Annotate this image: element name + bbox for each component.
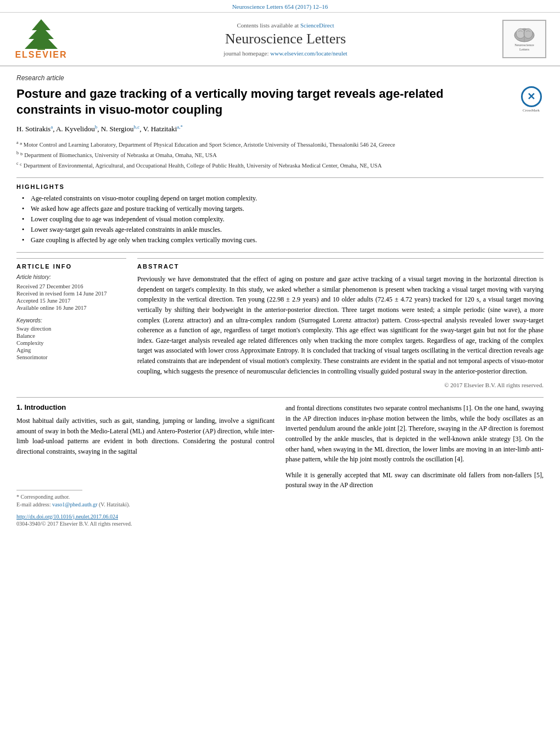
info-abstract-section: ARTICLE INFO Article history: Received 2…	[16, 258, 544, 388]
affiliation-a: a ᵃ Motor Control and Learning Laborator…	[16, 140, 544, 149]
copyright-line: © 2017 Elsevier B.V. All rights reserved…	[137, 382, 544, 388]
issn-line: 0304-3940/© 2017 Elsevier B.V. All right…	[16, 521, 275, 527]
crossmark-icon: ✕	[527, 91, 535, 103]
svg-marker-1	[25, 19, 58, 49]
affiliation-c: c ᶜ Department of Environmental, Agricul…	[16, 160, 544, 170]
title-row: Posture and gaze tracking of a verticall…	[16, 86, 544, 118]
email-suffix: (V. Hatzitaki).	[99, 501, 130, 507]
intro-paragraph-3: While it is generally accepted that ML s…	[285, 470, 544, 490]
email-link[interactable]: vaso1@phed.auth.gr	[52, 501, 98, 507]
elsevier-wordmark: ELSEVIER	[15, 50, 67, 60]
intro-paragraph-2: and frontal directions constitutes two s…	[285, 403, 544, 465]
corresponding-note: * Corresponding author.	[16, 494, 275, 500]
keywords-section: Keywords: Sway direction Balance Complex…	[16, 317, 126, 360]
highlight-1: Age-related constraints on visuo-motor c…	[22, 194, 544, 203]
history-label: Article history:	[16, 274, 126, 280]
divider-3	[16, 397, 544, 398]
neuro-logo-text: NeuroscienceLetters	[514, 43, 534, 52]
article-type-label: Research article	[16, 74, 544, 82]
divider-1	[16, 177, 544, 178]
article-wrapper: Research article Posture and gaze tracki…	[0, 66, 560, 539]
svg-point-4	[524, 29, 533, 38]
article-info-heading: ARTICLE INFO	[16, 263, 126, 270]
neuro-logo-box: NeuroscienceLetters	[502, 20, 546, 58]
received-date: Received 27 December 2016	[16, 283, 126, 289]
article-info-column: ARTICLE INFO Article history: Received 2…	[16, 258, 126, 388]
body-left-column: 1. Introduction Most habitual daily acti…	[16, 403, 275, 528]
footnote-area: * Corresponding author. E-mail address: …	[16, 490, 275, 527]
homepage-label: journal homepage:	[223, 50, 268, 57]
highlight-3: Lower coupling due to age was independen…	[22, 215, 544, 224]
doi-link[interactable]: http://dx.doi.org/10.1016/j.neulet.2017.…	[16, 514, 118, 520]
highlight-2: We asked how age affects gaze and postur…	[22, 205, 544, 213]
available-date: Available online 16 June 2017	[16, 305, 126, 311]
keywords-label: Keywords:	[16, 317, 126, 323]
keyword-3: Complexity	[16, 340, 126, 346]
crossmark-circle: ✕	[521, 86, 542, 107]
affiliations-block: a ᵃ Motor Control and Learning Laborator…	[16, 140, 544, 170]
crossmark-label: CrossMark	[523, 108, 540, 113]
abstract-text: Previously we have demonstrated that the…	[137, 274, 544, 376]
highlight-4: Lower sway-target gain reveals age-relat…	[22, 226, 544, 234]
footer-rule	[16, 490, 82, 490]
brain-logo-icon	[513, 26, 536, 43]
email-line: E-mail address: vaso1@phed.auth.gr (V. H…	[16, 501, 275, 507]
journal-main-title: Neuroscience Letters	[82, 31, 489, 47]
intro-paragraph-1: Most habitual daily activities, such as …	[16, 416, 275, 456]
contents-text: Contents lists available at	[237, 22, 299, 29]
contents-available-line: Contents lists available at ScienceDirec…	[82, 22, 489, 29]
article-title: Posture and gaze tracking of a verticall…	[16, 86, 511, 118]
crossmark-badge: ✕ CrossMark	[519, 86, 544, 113]
keyword-1: Sway direction	[16, 326, 126, 332]
highlights-heading: HIGHLIGHTS	[16, 183, 544, 190]
svg-point-3	[516, 29, 525, 38]
journal-logo-right: NeuroscienceLetters	[500, 20, 549, 58]
abstract-heading: ABSTRACT	[137, 263, 544, 270]
affiliation-b: b ᵇ Department of Biomechanics, Universi…	[16, 150, 544, 159]
elsevier-tree-icon	[22, 18, 60, 50]
keyword-2: Balance	[16, 333, 126, 339]
abstract-column: ABSTRACT Previously we have demonstrated…	[137, 258, 544, 388]
homepage-link[interactable]: www.elsevier.com/locate/neulet	[270, 50, 347, 57]
sciencedirect-link[interactable]: ScienceDirect	[300, 22, 334, 29]
highlights-list: Age-related constraints on visuo-motor c…	[22, 194, 544, 244]
divider-2	[16, 252, 544, 253]
body-right-column: and frontal directions constitutes two s…	[285, 403, 544, 528]
doi-line: http://dx.doi.org/10.1016/j.neulet.2017.…	[16, 512, 275, 521]
journal-homepage: journal homepage: www.elsevier.com/locat…	[82, 50, 489, 57]
keyword-4: Aging	[16, 347, 126, 353]
journal-title-center: Contents lists available at ScienceDirec…	[71, 22, 500, 57]
accepted-date: Accepted 15 June 2017	[16, 298, 126, 304]
intro-heading: 1. Introduction	[16, 403, 275, 411]
email-label: E-mail address:	[16, 501, 51, 507]
citation-text: Neuroscience Letters 654 (2017) 12–16	[232, 3, 328, 10]
body-two-col: 1. Introduction Most habitual daily acti…	[16, 403, 544, 528]
highlight-5: Gaze coupling is affected by age only wh…	[22, 236, 544, 244]
keyword-5: Sensorimotor	[16, 354, 126, 360]
keywords-list: Sway direction Balance Complexity Aging …	[16, 326, 126, 360]
authors-line: H. Sotirakisa, A. Kyvelidoub, N. Stergio…	[16, 124, 544, 133]
journal-header: ELSEVIER Contents lists available at Sci…	[0, 13, 560, 66]
received-revised-date: Received in revised form 14 June 2017	[16, 291, 126, 297]
elsevier-logo: ELSEVIER	[11, 18, 71, 60]
journal-citation-bar: Neuroscience Letters 654 (2017) 12–16	[0, 0, 560, 13]
